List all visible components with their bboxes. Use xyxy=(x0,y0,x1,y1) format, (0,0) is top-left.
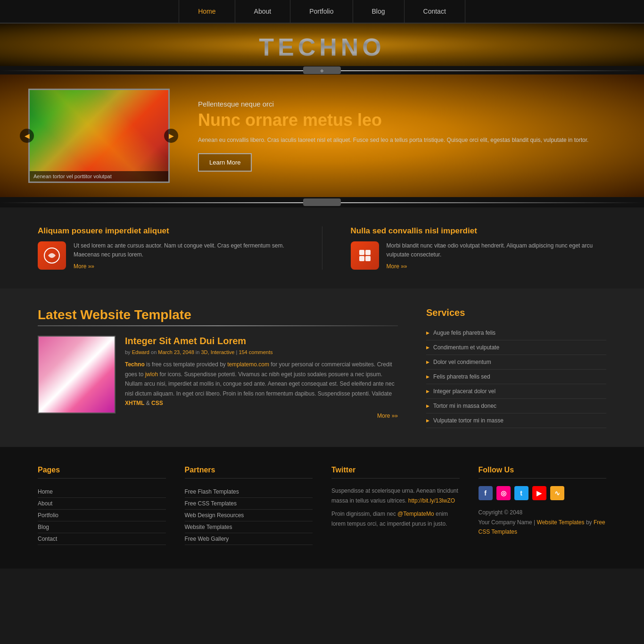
footer-page-portfolio[interactable]: Portfolio xyxy=(38,510,166,521)
sidebar-item-1[interactable]: Augue felis pharetra felis xyxy=(426,326,606,340)
site-logo: TECHNO xyxy=(0,33,644,61)
blog-thumb xyxy=(38,336,116,413)
footer-follow-col: Follow Us f ◎ t ▶ ∿ Copyright © 2048 You… xyxy=(479,466,607,545)
footer-partner-4[interactable]: Website Templates xyxy=(185,521,313,533)
footer-copyright: Copyright © 2048 Your Company Name | Web… xyxy=(479,508,607,537)
blog-techno-link[interactable]: Techno xyxy=(125,361,145,368)
nav-contact[interactable]: Contact xyxy=(405,0,465,23)
slider-prev-button[interactable]: ◀ xyxy=(20,129,34,143)
divider-ornament xyxy=(303,66,341,74)
slide-image-inner xyxy=(30,90,168,182)
feature-1-description: Ut sed lorem ac ante cursus auctor. Nam … xyxy=(74,241,294,259)
footer-partner-1[interactable]: Free Flash Templates xyxy=(185,486,313,498)
footer-page-blog[interactable]: Blog xyxy=(38,521,166,533)
nav-about[interactable]: About xyxy=(235,0,291,23)
nav-portfolio[interactable]: Portfolio xyxy=(290,0,353,23)
slider-next-button[interactable]: ▶ xyxy=(164,129,178,143)
footer-page-about[interactable]: About xyxy=(38,498,166,510)
blog-separator xyxy=(38,325,398,326)
footer: Pages Home About Portfolio Blog Contact … xyxy=(0,447,644,569)
slider-text: Pellentesque neque orci Nunc ornare metu… xyxy=(198,100,616,172)
footer-partner-5[interactable]: Free Web Gallery xyxy=(185,533,313,545)
blog-main: Latest Website Template Integer Sit Amet… xyxy=(38,307,398,428)
blog-date: March 23, 2048 xyxy=(158,349,194,355)
footer-partner-2[interactable]: Free CSS Templates xyxy=(185,498,313,510)
sidebar-title: Services xyxy=(426,307,606,318)
feature-1: Aliquam posuere imperdiet aliquet Ut sed… xyxy=(38,226,294,270)
blog-templatemo-link[interactable]: templatemo.com xyxy=(227,361,269,368)
facebook-icon[interactable]: f xyxy=(479,486,493,500)
footer-partners-col: Partners Free Flash Templates Free CSS T… xyxy=(185,466,313,545)
slider-section: Aenean tortor vel porttitor volutpat ◀ ▶… xyxy=(0,74,644,197)
slider-title: Nunc ornare metus leo xyxy=(198,111,616,130)
svg-rect-3 xyxy=(359,256,364,261)
footer-grid: Pages Home About Portfolio Blog Contact … xyxy=(38,466,606,545)
blog-jwloh-link[interactable]: jwloh xyxy=(145,371,158,378)
footer-twitter-text2: Proin dignissim, diam nec @TemplateMo en… xyxy=(331,509,460,528)
feature-2-text: Morbi blandit nunc vitae odio volutpat h… xyxy=(387,241,607,270)
sidebar-item-6[interactable]: Tortor mi in massa donec xyxy=(426,399,606,413)
slider-image-container: Aenean tortor vel porttitor volutpat ◀ ▶ xyxy=(28,89,170,183)
feature-2-more-link[interactable]: More »» xyxy=(387,263,607,270)
feature-2-body: Morbi blandit nunc vitae odio volutpat h… xyxy=(351,241,607,270)
sidebar-item-7[interactable]: Vulputate tortor mi in masse xyxy=(426,413,606,428)
flickr-icon[interactable]: ◎ xyxy=(496,486,511,500)
footer-pages-col: Pages Home About Portfolio Blog Contact xyxy=(38,466,166,545)
sidebar-item-5[interactable]: Integer placerat dolor vel xyxy=(426,384,606,399)
blog-post-content: Integer Sit Amet Dui Lorem by Edward on … xyxy=(125,336,398,419)
youtube-icon[interactable]: ▶ xyxy=(532,486,546,500)
footer-twitter-title: Twitter xyxy=(331,466,460,479)
nav-blog[interactable]: Blog xyxy=(353,0,405,23)
sidebar-item-4[interactable]: Felis pharetra felis sed xyxy=(426,370,606,384)
bottom-divider-ornament xyxy=(303,198,341,206)
header-logo-section: TECHNO xyxy=(0,24,644,66)
sidebar: Services Augue felis pharetra felis Cond… xyxy=(426,307,606,428)
footer-follow-title: Follow Us xyxy=(479,466,607,479)
svg-rect-4 xyxy=(365,256,371,261)
feature-divider xyxy=(322,226,322,270)
blog-comments: 154 comments xyxy=(239,349,272,355)
sidebar-item-3[interactable]: Dolor vel condimentum xyxy=(426,355,606,370)
blog-categories: 3D, Interactive xyxy=(201,349,234,355)
main-nav: Home About Portfolio Blog Contact xyxy=(0,0,644,24)
features-section: Aliquam posuere imperdiet aliquet Ut sed… xyxy=(0,207,644,289)
blog-xhtml-link[interactable]: XHTML xyxy=(125,400,144,406)
footer-partner-3[interactable]: Web Design Resources xyxy=(185,510,313,521)
nav-home[interactable]: Home xyxy=(179,0,235,23)
blog-more-link[interactable]: More »» xyxy=(125,413,398,419)
slider-subtitle: Pellentesque neque orci xyxy=(198,100,616,108)
feature-2-icon xyxy=(351,241,379,270)
feature-1-more-link[interactable]: More »» xyxy=(74,263,294,270)
blog-css-link[interactable]: CSS xyxy=(151,400,163,406)
footer-page-contact[interactable]: Contact xyxy=(38,533,166,545)
bottom-divider xyxy=(0,197,644,207)
footer-page-home[interactable]: Home xyxy=(38,486,166,498)
blog-meta: by Edward on March 23, 2048 in 3D, Inter… xyxy=(125,349,398,355)
feature-2-description: Morbi blandit nunc vitae odio volutpat h… xyxy=(387,241,607,259)
footer-twitter-col: Twitter Suspendisse at scelerisque urna.… xyxy=(331,466,460,545)
footer-twitter-text: Suspendisse at scelerisque urna. Aenean … xyxy=(331,486,460,505)
blog-section: Latest Website Template Integer Sit Amet… xyxy=(0,289,644,447)
slide-image: Aenean tortor vel porttitor volutpat xyxy=(28,89,170,183)
footer-partners-title: Partners xyxy=(185,466,313,479)
blog-post-title[interactable]: Integer Sit Amet Dui Lorem xyxy=(125,336,398,347)
slide-caption: Aenean tortor vel porttitor volutpat xyxy=(30,171,168,182)
blog-title: Latest Website Template xyxy=(38,307,398,322)
sidebar-item-2[interactable]: Condimentum et vulputate xyxy=(426,340,606,355)
footer-twitter-link[interactable]: http://bit.ly/13lwZO xyxy=(408,497,455,504)
twitter-icon[interactable]: t xyxy=(514,486,528,500)
social-icons: f ◎ t ▶ ∿ xyxy=(479,486,607,500)
feature-1-body: Ut sed lorem ac ante cursus auctor. Nam … xyxy=(38,241,294,270)
learn-more-button[interactable]: Learn More xyxy=(198,153,252,172)
svg-rect-2 xyxy=(365,250,371,255)
rss-icon[interactable]: ∿ xyxy=(550,486,564,500)
feature-2-title: Nulla sed convallis nisl imperdiet xyxy=(351,226,607,236)
blog-author: Edward xyxy=(132,349,149,355)
svg-rect-1 xyxy=(359,250,364,255)
feature-2: Nulla sed convallis nisl imperdiet Morbi… xyxy=(351,226,607,270)
header-divider xyxy=(0,66,644,74)
feature-1-text: Ut sed lorem ac ante cursus auctor. Nam … xyxy=(74,241,294,270)
footer-pages-title: Pages xyxy=(38,466,166,479)
footer-twitter-handle[interactable]: @TemplateMo xyxy=(397,511,434,517)
footer-website-templates-link[interactable]: Website Templates xyxy=(537,519,585,526)
